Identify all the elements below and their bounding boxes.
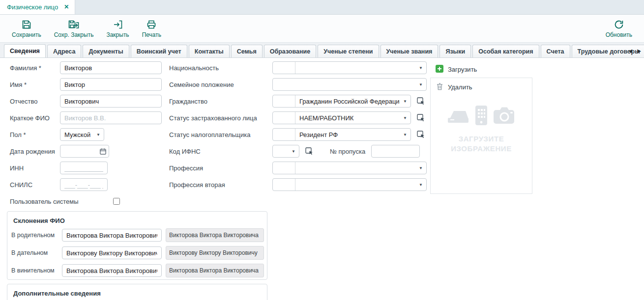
tab-yazyki[interactable]: Языки [439,45,471,57]
scanner-icon [446,105,470,127]
marital-status-select[interactable]: ▼ [272,78,427,91]
inn-label: ИНН [10,164,60,172]
ifns-code-select[interactable]: ▼ [272,145,299,158]
ifns-select-from-list-button[interactable] [303,145,315,157]
tab-scheta[interactable]: Счета [541,45,570,57]
tab-obrazovanie[interactable]: Образование [264,45,316,57]
tab-uchenye-zvaniya[interactable]: Ученые звания [381,45,439,57]
delete-photo-label: Удалить [448,83,472,91]
declension-title: Склонения ФИО [7,212,267,224]
dative-label: В дательном [11,249,62,256]
pass-number-input[interactable] [371,145,420,158]
citizenship-select-from-list-button[interactable] [415,95,427,107]
nationality-code-field[interactable] [273,62,295,74]
declension-row-genitive: В родительном Викторова Виктора Викторов… [11,228,267,242]
nationality-combo[interactable]: ▼ [272,61,427,74]
tab-dokumenty[interactable]: Документы [83,45,129,57]
tab-osobaya-kategoriya[interactable]: Особая категория [472,45,539,57]
firstname-label: Имя * [10,81,60,88]
gender-select[interactable]: Мужской ▼ [60,128,104,141]
profession-label: Профессия [169,164,272,172]
lastname-label: Фамилия * [10,64,60,72]
close-tab-icon[interactable]: ✕ [64,3,69,10]
birth-date-label: Дата рождения [10,148,60,155]
personal-column: Фамилия * Имя * Отчество Краткое ФИО Пол… [10,61,162,212]
chevron-down-icon[interactable]: ▼ [400,99,410,104]
profession-second-label: Профессия вторая [169,181,272,189]
plus-icon [436,65,443,74]
tab-kontakty[interactable]: Контакты [189,45,230,57]
birth-date-field[interactable] [60,145,109,158]
additional-title: Дополнительные сведения [7,284,267,297]
chevron-down-icon[interactable]: ▼ [415,183,426,187]
chevron-down-icon[interactable]: ▼ [288,149,299,154]
close-button[interactable]: Закрыть [101,17,134,41]
save-close-label: Сохр. Закрыть [54,31,94,38]
chevron-down-icon[interactable]: ▼ [415,66,426,70]
save-close-button[interactable]: Сохр. Закрыть [49,17,99,41]
tab-semya[interactable]: Семья [231,45,263,57]
print-button[interactable]: Печать [137,17,166,41]
tabs-scroll-left-button[interactable]: ◀ [629,47,633,55]
taxpayer-status-code-field[interactable] [273,129,295,140]
document-tab[interactable]: Физическое лицо ✕ [0,0,75,14]
photo-dropzone[interactable]: Удалить [430,78,532,194]
declension-row-dative: В дательном Викторову Виктору Викторович… [11,246,267,260]
chevron-down-icon[interactable]: ▼ [400,116,410,120]
taxpayer-status-select-from-list-button[interactable] [415,129,427,140]
dative-input[interactable] [62,246,162,259]
system-user-checkbox[interactable] [113,198,120,205]
insured-status-combo[interactable]: НАЕМ/РАБОТНИК ▼ [272,111,411,124]
profession-second-combo[interactable]: ▼ [272,178,427,191]
profession-combo[interactable]: ▼ [272,162,427,174]
document-tab-title: Физическое лицо [7,3,58,11]
chevron-down-icon: ▼ [93,133,104,137]
taxpayer-status-combo[interactable]: Резидент РФ ▼ [272,128,411,141]
system-user-label: Пользователь системы [10,198,113,205]
refresh-button[interactable]: Обновить [601,17,637,41]
birth-date-input[interactable] [60,148,97,155]
tab-uchenye-stepeni[interactable]: Ученые степени [318,45,379,57]
accusative-input[interactable] [62,264,162,277]
taxpayer-status-label: Статус налогоплательщика [169,131,272,138]
short-name-input[interactable] [60,111,162,124]
save-button[interactable]: Сохранить [7,17,46,41]
tab-svedeniya[interactable]: Сведения [4,44,46,58]
insured-status-code-field[interactable] [273,112,295,124]
camera-icon [493,106,516,127]
chevron-down-icon[interactable]: ▼ [415,166,426,170]
declension-row-accusative: В винительном Викторова Виктора Викторов… [11,264,267,277]
calendar-icon[interactable] [97,148,109,155]
upload-photo-button[interactable]: Загрузить [430,64,532,75]
save-icon [21,19,32,30]
firstname-input[interactable] [60,78,162,91]
middlename-input[interactable] [60,95,162,108]
tab-strip: Сведения Адреса Документы Воинский учет … [0,43,644,58]
insured-status-value: НАЕМ/РАБОТНИК [295,114,400,122]
profession-second-code-field[interactable] [273,179,295,191]
middlename-label: Отчество [10,98,60,105]
delete-photo-button[interactable]: Удалить [431,82,532,92]
insured-status-select-from-list-button[interactable] [415,112,427,124]
tab-voinskiy-uchet[interactable]: Воинский учет [131,45,187,57]
form-content: Фамилия * Имя * Отчество Краткое ФИО Пол… [0,58,644,300]
details-column: Национальность ▼ Семейное положение ▼ Гр… [169,61,427,195]
citizenship-code-field[interactable] [273,95,295,107]
close-label: Закрыть [106,31,129,38]
short-name-label: Краткое ФИО [10,114,60,122]
print-icon [146,19,157,30]
lastname-input[interactable] [60,61,162,74]
inn-input[interactable] [60,162,108,174]
chevron-down-icon[interactable]: ▼ [415,82,426,87]
snils-input[interactable] [60,178,108,191]
save-close-icon [68,19,80,30]
profession-code-field[interactable] [273,162,295,174]
citizenship-combo[interactable]: Гражданин Российской Федерации ▼ [272,95,411,108]
pass-number-label: № пропуска [330,148,365,155]
chevron-down-icon[interactable]: ▼ [400,133,410,137]
genitive-input[interactable] [62,229,162,242]
close-icon [113,19,123,30]
tab-adresa[interactable]: Адреса [47,45,81,57]
gender-label: Пол * [10,131,60,138]
tabs-scroll-right-button[interactable]: ▶ [637,47,641,55]
